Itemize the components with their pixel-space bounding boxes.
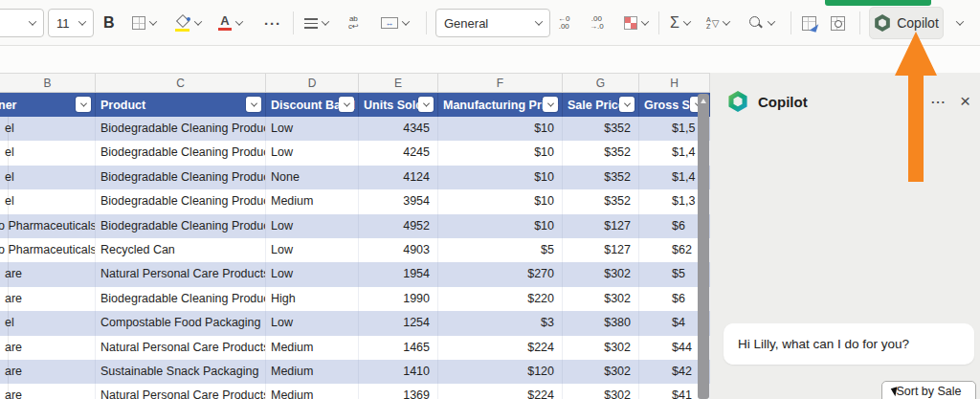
cell-units[interactable]: 1990 [359,287,438,311]
cell-units[interactable]: 4245 [359,141,438,165]
cell-band[interactable]: None [266,166,359,189]
cell-product[interactable]: Biodegradable Cleaning Products [96,141,266,165]
cell-product[interactable]: Biodegradable Cleaning Products [96,287,266,311]
find-button[interactable] [748,0,774,46]
filter-dropdown-button[interactable] [619,97,635,112]
cell-product[interactable]: Natural Personal Care Products [96,384,266,399]
copilot-button[interactable]: Copilot [869,7,944,39]
cell-mfg[interactable]: $3 [438,311,563,335]
cell-band[interactable]: Low [266,262,359,286]
cell-sale[interactable]: $352 [563,189,639,213]
cell-sale[interactable]: $302 [563,262,639,286]
cell-units[interactable]: 1410 [359,360,438,384]
column-letter-D[interactable]: D [266,74,359,92]
cell-product[interactable]: Recycled Can [96,238,266,262]
bold-button[interactable]: B [103,0,115,46]
alignment-button[interactable] [304,0,328,46]
cell-customer[interactable]: el [0,311,96,335]
cell-product[interactable]: Compostable Food Packaging [96,311,266,335]
merge-cells-button[interactable]: ↔ [381,0,409,46]
cell-customer[interactable]: are [0,262,96,286]
cell-sale[interactable]: $302 [563,360,639,384]
cell-units[interactable]: 4952 [359,214,438,238]
decrease-decimal-button[interactable]: ←0.00 [558,0,569,46]
column-letter-C[interactable]: C [96,74,266,92]
cell-product[interactable]: Natural Personal Care Products [96,336,266,360]
cell-units[interactable]: 1369 [359,384,438,399]
cell-customer[interactable]: el [0,166,96,189]
cell-product[interactable]: Biodegradable Cleaning Products [96,189,266,213]
cell-customer[interactable]: el [0,117,96,141]
cell-mfg[interactable]: $5 [438,238,563,262]
header-cell-product[interactable]: Product [96,93,266,117]
cell-mfg[interactable]: $270 [438,262,563,286]
cell-mfg[interactable]: $10 [438,214,563,238]
cell-units[interactable]: 1254 [359,311,438,335]
filter-dropdown-button[interactable] [76,97,91,112]
cell-product[interactable]: Sustainable Snack Packaging [96,360,266,384]
cell-band[interactable]: Low [266,117,359,141]
cell-customer[interactable]: are [0,336,96,360]
cell-customer[interactable]: el [0,189,96,213]
cell-product[interactable]: Biodegradable Cleaning Products [96,166,266,189]
cell-band[interactable]: Medium [266,189,359,213]
cell-mfg[interactable]: $224 [438,384,563,399]
cell-mfg[interactable]: $10 [438,117,563,141]
cell-product[interactable]: Biodegradable Cleaning Products [96,117,266,141]
cell-band[interactable]: Low [266,141,359,165]
cell-units[interactable]: 4124 [359,166,438,189]
cell-band[interactable]: Medium [266,360,359,384]
cell-units[interactable]: 4345 [359,117,438,141]
font-color-button[interactable]: A [218,0,242,46]
column-letter-F[interactable]: F [438,74,563,92]
cell-band[interactable]: Low [266,214,359,238]
cell-sale[interactable]: $302 [563,384,639,399]
cell-sale[interactable]: $127 [563,238,639,262]
header-cell-units[interactable]: Units Sold [359,93,438,117]
sort-filter-button[interactable]: AZ ▽ [706,0,729,46]
vertical-scrollbar[interactable] [698,94,709,399]
cell-mfg[interactable]: $10 [438,141,563,165]
cell-band[interactable]: Low [266,238,359,262]
cell-sale[interactable]: $302 [563,336,639,360]
cell-mfg[interactable]: $10 [438,166,563,189]
column-letter-B[interactable]: B [0,74,96,92]
collapse-ribbon-button[interactable] [957,0,963,46]
filter-dropdown-button[interactable] [246,97,261,112]
cell-units[interactable]: 3954 [359,189,438,213]
cell-customer[interactable]: are [0,360,96,384]
filter-dropdown-button[interactable] [418,97,434,112]
cell-sale[interactable]: $352 [563,117,639,141]
autosum-button[interactable]: Σ [670,0,690,46]
cell-mfg[interactable]: $10 [438,189,563,213]
number-format-combobox[interactable]: General [435,9,550,37]
cell-units[interactable]: 1954 [359,262,438,286]
column-letter-G[interactable]: G [563,74,639,92]
increase-decimal-button[interactable]: .00→.0 [590,0,604,46]
header-cell-band[interactable]: Discount Band [266,93,359,117]
cell-sale[interactable]: $127 [563,214,639,238]
analyze-data-button[interactable] [831,0,845,46]
fill-color-button[interactable] [174,0,201,46]
conditional-formatting-button[interactable] [624,0,648,46]
cell-mfg[interactable]: $224 [438,336,563,360]
cell-customer[interactable]: el [0,141,96,165]
header-cell-mfg[interactable]: Manufacturing Price [438,93,563,117]
filter-dropdown-button[interactable] [339,97,354,112]
cell-customer[interactable]: o Pharmaceuticals [0,214,96,238]
borders-button[interactable] [132,0,156,46]
close-icon[interactable]: × [960,93,970,110]
cell-sale[interactable]: $302 [563,287,639,311]
cell-sale[interactable]: $352 [563,166,639,189]
cell-sale[interactable]: $352 [563,141,639,165]
cell-customer[interactable]: o Pharmaceuticals [0,238,96,262]
font-name-combobox[interactable]: y) [0,9,44,37]
column-letter-E[interactable]: E [359,74,438,92]
clean-data-button[interactable] [802,0,816,46]
more-font-options-button[interactable]: ··· [264,0,281,46]
cell-product[interactable]: Biodegradable Cleaning Products [96,214,266,238]
cell-band[interactable]: Medium [266,336,359,360]
cell-band[interactable]: High [266,287,359,311]
column-letter-H[interactable]: H [639,74,710,92]
cell-units[interactable]: 4903 [359,238,438,262]
